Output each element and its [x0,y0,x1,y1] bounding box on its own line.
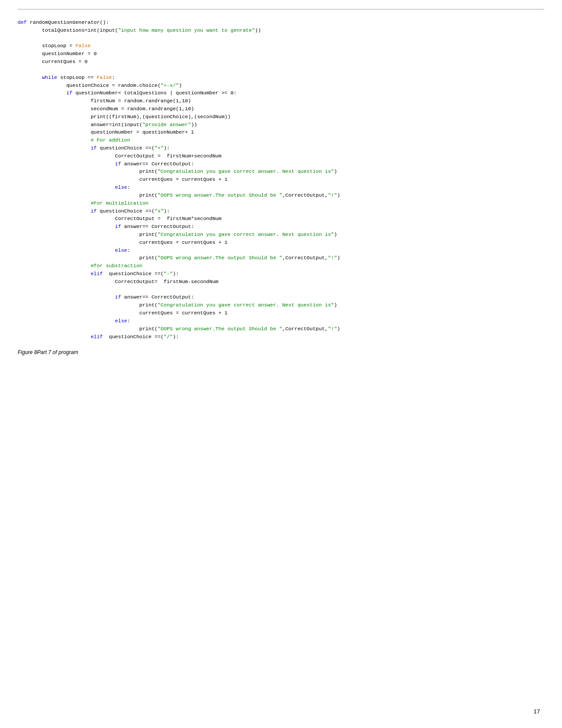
figure-caption: Figure 8Part 7 of program [18,349,544,355]
page-number: 17 [534,708,540,715]
top-border [18,9,544,10]
page-container: def randomQuestionGenerator(): totalQues… [0,0,562,728]
code-block: def randomQuestionGenerator(): totalQues… [18,19,544,340]
